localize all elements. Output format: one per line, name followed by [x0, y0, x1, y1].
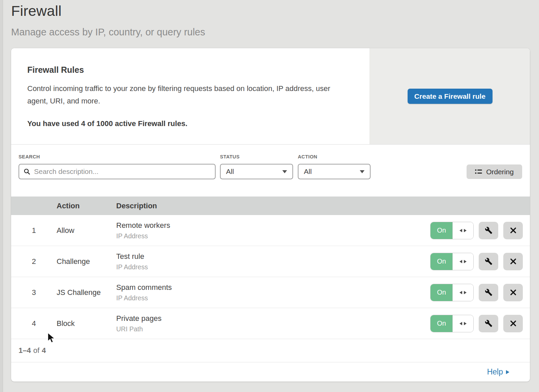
rule-controls: On [430, 253, 530, 270]
rule-description: Private pages [116, 314, 430, 323]
search-icon [24, 168, 30, 175]
rule-match-type: URI Path [116, 325, 430, 333]
rule-enabled-toggle[interactable]: On [430, 315, 474, 332]
ordering-label: Ordering [486, 168, 514, 176]
page-title: Firewall [11, 3, 205, 19]
status-label: STATUS [220, 154, 293, 159]
search-input[interactable] [19, 164, 215, 179]
search-box[interactable] [19, 164, 216, 179]
rule-action: Challenge [57, 257, 116, 266]
table-row: 3 JS Challenge Spam comments IP Address … [11, 277, 530, 308]
edit-rule-button[interactable] [479, 315, 498, 332]
pagination-range: 1–4 [19, 346, 31, 355]
action-select-value: All [304, 168, 312, 176]
pagination: 1–4 of 4 [11, 339, 530, 362]
wrench-icon [485, 289, 493, 296]
x-icon [510, 258, 516, 265]
x-icon [510, 289, 516, 296]
toggle-knob[interactable] [452, 315, 473, 332]
action-select[interactable]: All [298, 164, 371, 179]
rule-controls: On [430, 315, 530, 332]
toggle-knob[interactable] [452, 222, 473, 239]
rule-controls: On [430, 284, 530, 301]
pagination-total: 4 [42, 346, 46, 355]
toggle-on-segment[interactable]: On [431, 253, 452, 270]
card-heading: Firewall Rules [27, 65, 353, 75]
wrench-icon [485, 320, 493, 327]
triangle-left-icon [459, 291, 462, 294]
triangle-right-icon [464, 322, 467, 325]
create-rule-panel: Create a Firewall rule [370, 48, 530, 144]
x-icon [510, 320, 516, 327]
toggle-on-segment[interactable]: On [431, 284, 452, 301]
help-link[interactable]: Help [487, 367, 509, 376]
triangle-left-icon [459, 229, 462, 232]
intro-info: Firewall Rules Control incoming traffic … [11, 48, 370, 144]
edit-rule-button[interactable] [479, 253, 498, 270]
rule-description-cell: Private pages URI Path [116, 314, 430, 333]
status-filter-group: STATUS All [220, 154, 293, 179]
rule-enabled-toggle[interactable]: On [430, 253, 474, 270]
create-firewall-rule-button[interactable]: Create a Firewall rule [408, 89, 493, 104]
rule-description: Spam comments [116, 283, 430, 292]
delete-rule-button[interactable] [503, 222, 523, 239]
page-left-edge [0, 0, 3, 392]
rule-action: JS Challenge [57, 288, 116, 297]
pagination-of: of [33, 346, 39, 355]
triangle-right-icon [464, 260, 467, 263]
table-header: Action Description [11, 197, 530, 215]
firewall-rules-card: Firewall Rules Control incoming traffic … [11, 48, 530, 382]
rule-description: Test rule [116, 252, 430, 261]
rule-enabled-toggle[interactable]: On [430, 222, 474, 239]
rule-enabled-toggle[interactable]: On [430, 284, 474, 301]
edit-rule-button[interactable] [479, 222, 498, 239]
table-row: 1 Allow Remote workers IP Address On [11, 215, 530, 246]
triangle-right-icon [464, 229, 467, 232]
triangle-right-icon [464, 291, 467, 294]
help-label: Help [487, 367, 503, 376]
wrench-icon [485, 258, 493, 265]
search-filter-group: SEARCH [19, 154, 216, 179]
toggle-knob[interactable] [452, 253, 473, 270]
triangle-left-icon [459, 322, 462, 325]
status-select-value: All [226, 168, 234, 176]
card-description: Control incoming traffic to your zone by… [27, 82, 347, 107]
page-header: Firewall Manage access by IP, country, o… [11, 3, 205, 38]
column-header-action: Action [57, 202, 116, 210]
rule-action: Block [57, 319, 116, 328]
rule-controls: On [430, 222, 530, 239]
action-filter-group: ACTION All [298, 154, 371, 179]
rule-priority: 1 [11, 226, 57, 235]
toggle-knob[interactable] [452, 284, 473, 301]
triangle-left-icon [459, 260, 462, 263]
rule-match-type: IP Address [116, 294, 430, 302]
rule-description-cell: Remote workers IP Address [116, 221, 430, 240]
rule-description-cell: Test rule IP Address [116, 252, 430, 271]
rule-match-type: IP Address [116, 263, 430, 271]
toggle-on-segment[interactable]: On [431, 222, 452, 239]
rule-priority: 2 [11, 257, 57, 266]
wrench-icon [485, 227, 493, 234]
delete-rule-button[interactable] [503, 253, 523, 270]
delete-rule-button[interactable] [503, 315, 523, 332]
arrow-right-icon [506, 370, 509, 374]
ordering-button[interactable]: Ordering [467, 164, 522, 179]
usage-summary: You have used 4 of 1000 active Firewall … [27, 119, 353, 128]
rule-priority: 4 [11, 319, 57, 328]
status-select[interactable]: All [220, 164, 293, 179]
intro-section: Firewall Rules Control incoming traffic … [11, 48, 530, 144]
rule-description-cell: Spam comments IP Address [116, 283, 430, 302]
rule-description: Remote workers [116, 221, 430, 230]
filter-bar: SEARCH STATUS All ACTION All [11, 144, 530, 197]
chevron-down-icon [282, 170, 287, 173]
toggle-on-segment[interactable]: On [431, 315, 452, 332]
search-label: SEARCH [19, 154, 216, 159]
delete-rule-button[interactable] [503, 284, 523, 301]
rule-match-type: IP Address [116, 232, 430, 240]
edit-rule-button[interactable] [479, 284, 498, 301]
table-row: 4 Block Private pages URI Path On [11, 308, 530, 339]
table-row: 2 Challenge Test rule IP Address On [11, 246, 530, 277]
action-label: ACTION [298, 154, 371, 159]
x-icon [510, 227, 516, 234]
page-subtitle: Manage access by IP, country, or query r… [11, 27, 205, 38]
